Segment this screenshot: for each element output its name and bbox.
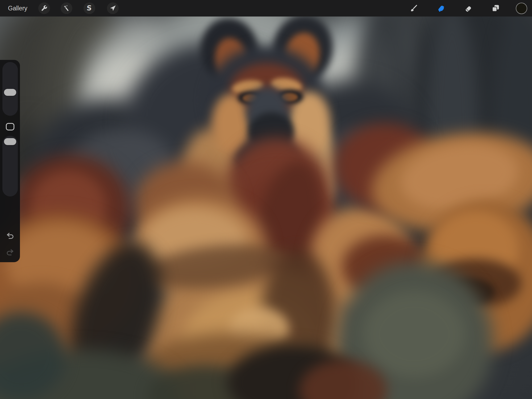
adjustments-button[interactable] (61, 2, 72, 14)
sidebar (0, 60, 20, 262)
actions-button[interactable] (38, 2, 50, 14)
paintbrush-icon (410, 4, 418, 12)
transform-arrow-icon (109, 5, 116, 12)
smudge-tool-button[interactable] (435, 2, 447, 14)
canvas[interactable] (0, 17, 532, 399)
magic-wand-icon (63, 5, 70, 12)
layers-tool-button[interactable] (490, 2, 501, 14)
undo-icon (6, 232, 15, 240)
layers-icon (491, 4, 500, 13)
smudge-icon (437, 4, 445, 13)
eraser-icon (464, 4, 472, 13)
paint-stroke (363, 291, 466, 377)
procreate-app: Gallery S (0, 0, 532, 399)
redo-button[interactable] (5, 248, 15, 257)
undo-button[interactable] (5, 231, 15, 240)
transform-button[interactable] (107, 2, 119, 14)
selection-s-icon: S (86, 5, 93, 12)
opacity-slider-handle[interactable] (4, 138, 16, 145)
current-color-swatch (516, 3, 527, 14)
svg-text:S: S (86, 5, 92, 12)
opacity-slider[interactable] (2, 136, 18, 196)
eraser-tool-button[interactable] (462, 2, 474, 14)
brush-size-slider-handle[interactable] (4, 89, 16, 96)
gallery-button[interactable]: Gallery (8, 0, 27, 17)
redo-icon (6, 248, 15, 256)
color-swatch-button[interactable] (516, 2, 527, 14)
top-bar: Gallery S (0, 0, 532, 17)
selection-button[interactable]: S (84, 2, 95, 14)
modify-button[interactable] (6, 123, 14, 130)
brush-size-slider[interactable] (2, 62, 18, 116)
wrench-icon (41, 5, 48, 12)
paint-tool-button[interactable] (408, 2, 419, 14)
